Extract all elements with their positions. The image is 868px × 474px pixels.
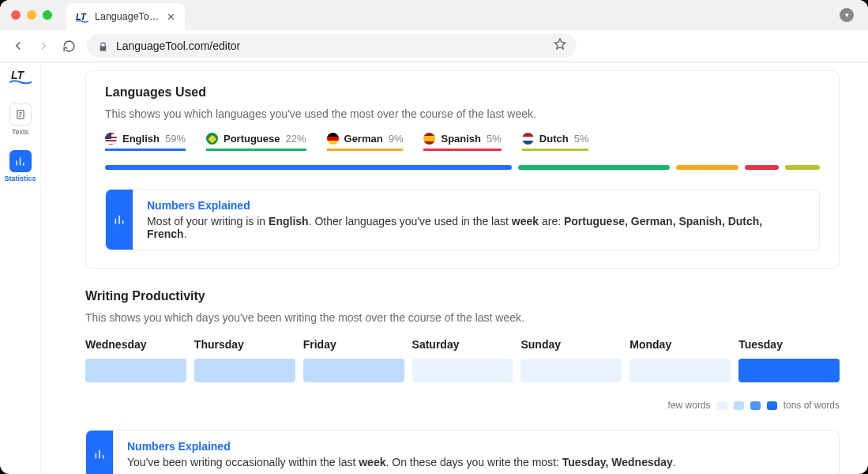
- section-description: This shows you which languages you've us…: [105, 107, 820, 120]
- svg-text:LT: LT: [76, 12, 87, 21]
- legend-high-label: tons of words: [783, 400, 840, 411]
- back-button[interactable]: [11, 39, 25, 53]
- day-column: Wednesday: [85, 338, 186, 382]
- productivity-section: Writing Productivity This shows you whic…: [85, 289, 840, 474]
- callout-body: Numbers Explained Most of your writing i…: [133, 190, 819, 250]
- languages-callout: Numbers Explained Most of your writing i…: [105, 189, 820, 250]
- language-percent: 59%: [165, 133, 186, 145]
- callout-body: Numbers Explained You've been writing oc…: [113, 431, 690, 474]
- callout-title: Numbers Explained: [147, 199, 805, 212]
- sidebar-item-label: Texts: [12, 128, 28, 136]
- distribution-segment: [518, 165, 670, 170]
- distribution-segment: [785, 165, 820, 170]
- sidebar-item-texts[interactable]: Texts: [5, 100, 36, 139]
- browser-tab[interactable]: LT LanguageTool... ✕: [66, 3, 185, 30]
- main-content: Languages Used This shows you which lang…: [41, 62, 868, 474]
- language-name: Spanish: [441, 133, 481, 145]
- productivity-days-row: WednesdayThursdayFridaySaturdaySundayMon…: [85, 338, 840, 382]
- callout-title: Numbers Explained: [127, 440, 676, 453]
- language-percent: 5%: [574, 133, 589, 145]
- tab-favicon: LT: [76, 10, 88, 23]
- app-container: LT Texts Statistics Languages Used This …: [0, 62, 868, 474]
- browser-menu-icon[interactable]: ▾: [840, 8, 854, 22]
- day-label: Sunday: [520, 338, 622, 351]
- language-percent: 9%: [389, 133, 404, 145]
- legend-low-label: few words: [668, 400, 711, 411]
- document-icon: [9, 103, 32, 126]
- distribution-segment: [105, 165, 512, 170]
- sidebar-item-statistics[interactable]: Statistics: [5, 147, 36, 186]
- language-name: Dutch: [539, 133, 569, 145]
- lock-icon: [98, 41, 108, 51]
- window-controls: [11, 10, 52, 20]
- language-chip[interactable]: English59%: [105, 133, 186, 151]
- close-tab-icon[interactable]: ✕: [167, 11, 175, 23]
- callout-text: Most of your writing is in English. Othe…: [147, 215, 805, 240]
- day-column: Tuesday: [738, 338, 840, 382]
- day-label: Wednesday: [85, 338, 186, 351]
- language-name: English: [122, 133, 160, 145]
- insight-icon: [86, 431, 113, 474]
- day-intensity-block: [520, 359, 622, 382]
- sidebar-item-label: Statistics: [4, 175, 36, 182]
- language-percent: 5%: [487, 133, 502, 145]
- day-column: Saturday: [412, 338, 513, 382]
- language-chips-row: English59%Portuguese22%German9%Spanish5%…: [105, 133, 820, 151]
- close-window-button[interactable]: [11, 10, 21, 20]
- day-label: Friday: [303, 338, 404, 351]
- day-column: Monday: [629, 338, 731, 382]
- minimize-window-button[interactable]: [27, 10, 36, 20]
- reload-button[interactable]: [62, 39, 76, 53]
- intensity-legend: few words tons of words: [85, 400, 840, 411]
- tab-title: LanguageTool...: [95, 11, 160, 22]
- day-intensity-block: [303, 359, 404, 382]
- day-label: Monday: [629, 338, 731, 351]
- day-intensity-block: [629, 359, 731, 382]
- language-chip[interactable]: German9%: [327, 133, 404, 151]
- day-label: Thursday: [194, 338, 295, 351]
- distribution-segment: [745, 165, 780, 170]
- day-intensity-block: [194, 359, 295, 382]
- callout-text: You've been writing occasionally within …: [127, 456, 676, 468]
- section-title: Languages Used: [105, 85, 820, 100]
- insight-icon: [106, 190, 133, 250]
- section-title: Writing Productivity: [85, 289, 840, 303]
- language-name: Portuguese: [224, 133, 280, 145]
- flag-icon: [327, 133, 339, 145]
- language-name: German: [344, 133, 383, 145]
- section-description: This shows you which days you've been wr…: [85, 311, 840, 324]
- distribution-segment: [676, 165, 738, 170]
- app-logo[interactable]: LT: [9, 69, 32, 88]
- day-intensity-block: [412, 359, 513, 382]
- url-text: LanguageTool.com/editor: [116, 40, 566, 52]
- url-input[interactable]: LanguageTool.com/editor: [87, 34, 577, 58]
- language-chip[interactable]: Dutch5%: [522, 133, 589, 151]
- browser-chrome: LT LanguageTool... ✕ ▾ LanguageTool.com/…: [0, 0, 868, 62]
- flag-icon: [105, 133, 117, 145]
- bookmark-star-icon[interactable]: [553, 37, 567, 55]
- legend-chip: [750, 401, 761, 410]
- maximize-window-button[interactable]: [43, 10, 52, 20]
- day-column: Sunday: [520, 338, 622, 382]
- legend-chip: [717, 401, 727, 410]
- productivity-callout: Numbers Explained You've been writing oc…: [85, 430, 840, 474]
- address-bar: LanguageTool.com/editor: [0, 30, 868, 62]
- flag-icon: [423, 133, 435, 145]
- language-chip[interactable]: Spanish5%: [423, 133, 501, 151]
- flag-icon: [522, 133, 534, 145]
- legend-chip: [734, 401, 744, 410]
- flag-icon: [206, 133, 218, 145]
- sidebar: LT Texts Statistics: [0, 62, 41, 474]
- language-percent: 22%: [286, 133, 306, 145]
- language-chip[interactable]: Portuguese22%: [206, 133, 306, 151]
- bar-chart-icon: [9, 150, 32, 172]
- tab-bar: LT LanguageTool... ✕ ▾: [0, 0, 868, 30]
- day-column: Thursday: [194, 338, 295, 382]
- day-intensity-block: [738, 359, 840, 382]
- svg-text:LT: LT: [11, 69, 25, 81]
- legend-chip: [767, 401, 777, 410]
- languages-card: Languages Used This shows you which lang…: [85, 70, 840, 269]
- day-label: Saturday: [412, 338, 513, 351]
- day-column: Friday: [303, 338, 404, 382]
- forward-button[interactable]: [36, 39, 51, 53]
